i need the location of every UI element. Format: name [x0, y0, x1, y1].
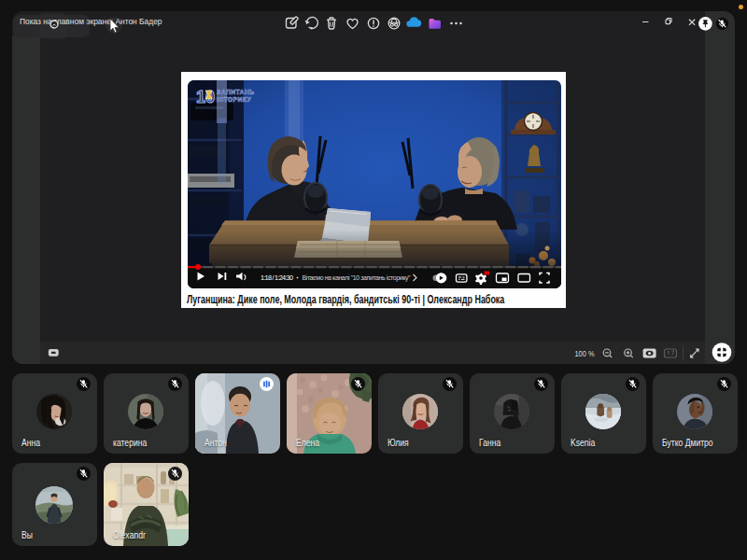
svg-text:100 %: 100 %: [575, 348, 595, 358]
svg-text:ІСТОРИКУ: ІСТОРИКУ: [217, 95, 251, 102]
svg-text:ЗАПИТАНЬ: ЗАПИТАНЬ: [217, 88, 254, 94]
svg-text:1:18 / 1:24:30: 1:18 / 1:24:30: [261, 273, 293, 282]
svg-text:Вітаємо на каналі "10 запитань: Вітаємо на каналі "10 запитань історику": [303, 274, 412, 282]
